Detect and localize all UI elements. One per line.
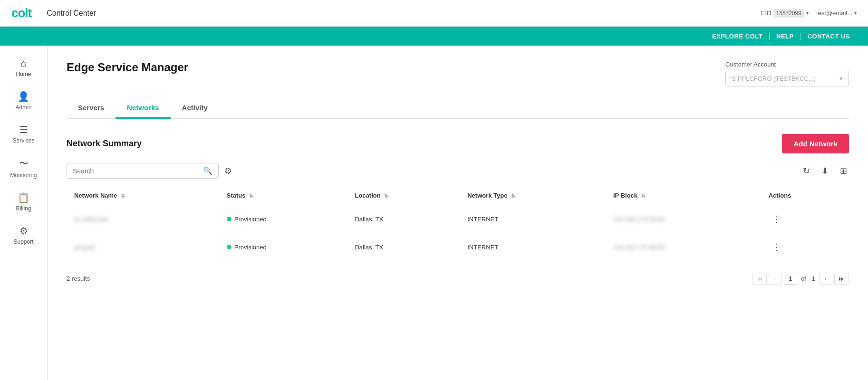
customer-account-label: Customer Account xyxy=(725,61,849,68)
cell-ip-1: 216.202.176.64/29 xyxy=(606,205,761,233)
sidebar-label-home: Home xyxy=(16,71,31,77)
section-header: Network Summary Add Network xyxy=(67,134,849,153)
page-of-label: of xyxy=(801,275,806,282)
customer-account-select[interactable]: S-PPLCFORG (TESTBKCC...) ▾ xyxy=(725,71,849,86)
page-prev-button[interactable]: ‹ xyxy=(769,273,782,285)
col-header-status[interactable]: Status ⇅ xyxy=(219,186,347,205)
col-header-actions: Actions xyxy=(761,186,849,205)
table-row: dc-delta-test Provisioned Dallas, TX INT… xyxy=(67,205,849,233)
status-badge-2: Provisioned xyxy=(227,244,340,251)
cell-status-2: Provisioned xyxy=(219,233,347,261)
row-actions-button-1[interactable]: ⋮ xyxy=(769,212,785,226)
pagination-row: 2 results ⏮ ‹ 1 of 1 › ⏭ xyxy=(67,269,849,285)
user-value: test@email... xyxy=(816,10,852,17)
cell-ip-2: 216.202.176.96/29 xyxy=(606,233,761,261)
page-title: Edge Service Manager xyxy=(67,61,188,74)
home-icon: ⌂ xyxy=(20,58,26,69)
sidebar-item-monitoring[interactable]: 〜 Monitoring xyxy=(5,152,43,183)
sidebar-item-services[interactable]: ☰ Services xyxy=(5,119,43,149)
eid-label: EID xyxy=(761,10,772,17)
cell-status-1: Provisioned xyxy=(219,205,347,233)
row-actions-button-2[interactable]: ⋮ xyxy=(769,240,785,254)
customer-account-chevron-icon: ▾ xyxy=(839,75,843,82)
ip-value-2: 216.202.176.96/29 xyxy=(613,244,665,251)
table-header: Network Name ⇅ Status ⇅ Location ⇅ Netwo… xyxy=(67,186,849,205)
results-count: 2 results xyxy=(67,275,90,282)
sidebar: ⌂ Home 👤 Admin ☰ Services 〜 Monitoring 📋… xyxy=(0,46,48,380)
table-row: prognet Provisioned Dallas, TX INTERNET … xyxy=(67,233,849,261)
download-button[interactable]: ⬇ xyxy=(820,164,830,178)
page-number-button[interactable]: 1 xyxy=(784,273,797,285)
sidebar-item-home[interactable]: ⌂ Home xyxy=(5,53,43,82)
tab-servers[interactable]: Servers xyxy=(67,98,116,119)
tabs: Servers Networks Activity xyxy=(67,98,849,119)
col-header-type[interactable]: Network Type ⇅ xyxy=(460,186,606,205)
page-first-button[interactable]: ⏮ xyxy=(752,273,767,285)
page-next-button[interactable]: › xyxy=(819,273,832,285)
tab-activity[interactable]: Activity xyxy=(171,98,219,119)
cell-type-2: INTERNET xyxy=(460,233,606,261)
sidebar-label-support: Support xyxy=(13,238,33,245)
sidebar-label-billing: Billing xyxy=(16,205,31,212)
main-content: Edge Service Manager Customer Account S-… xyxy=(48,46,868,380)
table-header-row: Network Name ⇅ Status ⇅ Location ⇅ Netwo… xyxy=(67,186,849,205)
customer-account-value: S-PPLCFORG (TESTBKCC...) xyxy=(732,75,816,82)
filter-icon[interactable]: ⚙ xyxy=(224,166,232,176)
user-chevron-icon: ▾ xyxy=(854,10,857,16)
sidebar-item-admin[interactable]: 👤 Admin xyxy=(5,86,43,115)
cell-actions-2: ⋮ xyxy=(761,233,849,261)
services-icon: ☰ xyxy=(19,124,28,135)
search-input[interactable] xyxy=(73,167,203,175)
ip-value-1: 216.202.176.64/29 xyxy=(613,216,665,223)
nav-bar: EXPLORE COLT HELP CONTACT US xyxy=(0,27,868,46)
section-title: Network Summary xyxy=(67,139,142,149)
sidebar-item-billing[interactable]: 📋 Billing xyxy=(5,187,43,217)
cell-name-2: prognet xyxy=(67,233,219,261)
sort-icon-status: ⇅ xyxy=(249,193,253,199)
refresh-button[interactable]: ↻ xyxy=(801,164,812,178)
cell-location-2: Dallas, TX xyxy=(347,233,460,261)
search-bar-row: 🔍 ⚙ ↻ ⬇ ⊞ xyxy=(67,163,849,179)
nav-explore-colt[interactable]: EXPLORE COLT xyxy=(705,33,770,40)
col-header-location[interactable]: Location ⇅ xyxy=(347,186,460,205)
sidebar-label-monitoring: Monitoring xyxy=(10,172,37,179)
sort-icon-name: ⇅ xyxy=(121,193,125,199)
billing-icon: 📋 xyxy=(18,192,29,203)
table-body: dc-delta-test Provisioned Dallas, TX INT… xyxy=(67,205,849,261)
sort-icon-ip: ⇅ xyxy=(641,193,645,199)
search-bar-left: 🔍 ⚙ xyxy=(67,163,232,179)
search-input-wrapper: 🔍 xyxy=(67,163,219,179)
status-text-2: Provisioned xyxy=(234,244,267,251)
page-last-button[interactable]: ⏭ xyxy=(834,273,849,285)
admin-icon: 👤 xyxy=(18,91,29,102)
sidebar-item-support[interactable]: ⚙ Support xyxy=(5,220,43,250)
col-header-name[interactable]: Network Name ⇅ xyxy=(67,186,219,205)
network-name-link-1[interactable]: dc-delta-test xyxy=(74,216,108,223)
eid-selector[interactable]: EID 15572099 ▾ xyxy=(761,9,809,18)
sort-icon-type: ⇅ xyxy=(511,193,515,199)
customer-account-section: Customer Account S-PPLCFORG (TESTBKCC...… xyxy=(725,61,849,86)
nav-links: EXPLORE COLT HELP CONTACT US xyxy=(705,33,857,40)
user-selector[interactable]: test@email... ▾ xyxy=(816,10,857,17)
search-bar-right: ↻ ⬇ ⊞ xyxy=(801,164,849,178)
network-table: Network Name ⇅ Status ⇅ Location ⇅ Netwo… xyxy=(67,186,849,261)
page-total: 1 xyxy=(812,275,815,282)
monitoring-icon: 〜 xyxy=(19,157,29,170)
tab-networks[interactable]: Networks xyxy=(116,98,171,119)
network-name-link-2[interactable]: prognet xyxy=(74,244,95,251)
sidebar-label-services: Services xyxy=(12,137,34,144)
header-right: EID 15572099 ▾ test@email... ▾ xyxy=(761,9,857,18)
cell-location-1: Dallas, TX xyxy=(347,205,460,233)
status-text-1: Provisioned xyxy=(234,216,267,223)
status-dot-2 xyxy=(227,245,231,249)
columns-button[interactable]: ⊞ xyxy=(838,164,849,178)
search-icon[interactable]: 🔍 xyxy=(203,166,212,175)
support-icon: ⚙ xyxy=(19,225,28,237)
nav-help[interactable]: HELP xyxy=(770,33,801,40)
col-header-ip[interactable]: IP Block ⇅ xyxy=(606,186,761,205)
status-dot-1 xyxy=(227,217,231,221)
app-title: Control Center xyxy=(47,9,96,18)
nav-contact-us[interactable]: CONTACT US xyxy=(801,33,857,40)
cell-type-1: INTERNET xyxy=(460,205,606,233)
add-network-button[interactable]: Add Network xyxy=(782,134,849,153)
